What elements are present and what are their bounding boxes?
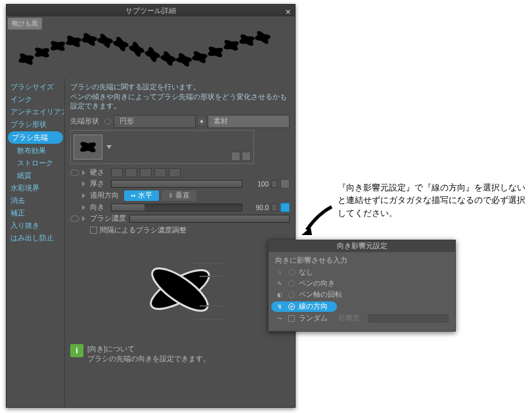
material-radio[interactable] [198,118,205,125]
option-pen-rotation[interactable]: ◐ペン軸の回転 [275,290,449,299]
hardness-step[interactable] [111,168,123,177]
svg-point-5 [49,39,66,53]
direction-label: 向き [90,203,108,212]
option-none[interactable]: ○なし [275,268,449,277]
hardness-step[interactable] [125,168,137,177]
expand-icon[interactable] [82,170,87,175]
random-icon: ⤳ [275,315,284,322]
brush-density-label: ブラシ濃度 [90,214,127,223]
sidebar-item-watercolor[interactable]: 水彩境界 [7,182,64,194]
gap-adjust-label: 間隔によるブラシ濃度調整 [100,225,187,235]
sidebar-item-correction[interactable]: 補正 [7,207,64,219]
info-icon: i [70,344,83,357]
expand-icon[interactable] [82,193,87,198]
hardness-step[interactable] [169,168,181,177]
direction-row: 向き 90.0 [70,203,290,212]
apply-dir-label: 適用方向 [90,191,122,200]
pen-dir-radio[interactable] [288,280,295,287]
pen-rot-icon: ◐ [275,291,284,299]
titlebar: サブツール詳細 ✕ [7,5,295,16]
hardness-label: 硬さ [90,168,108,177]
pen-rot-radio[interactable] [288,292,295,298]
sidebar-item-antialias[interactable]: アンチエイリアス [7,106,64,118]
tip-shape-label: 先端形状 [70,117,102,126]
circle-button[interactable]: 円形 [114,115,196,128]
stroke-preview-svg [7,16,296,78]
expand-icon[interactable] [82,205,87,210]
eye-icon[interactable] [70,215,79,222]
tip-material-box [70,130,254,164]
expand-icon[interactable] [82,216,87,221]
category-description: ブラシの先端に関する設定を行います。 ペンの傾きや向きによってブラシ先端の形状を… [70,82,290,111]
option-pen-direction[interactable]: ✎ペンの向き [275,279,449,288]
window-title: サブツール詳細 [125,7,176,14]
annotation-text: 『向き影響元設定』で『線の方向』を選択しないと連結せずにガタガタな描写になるので… [338,182,525,220]
close-icon[interactable]: ✕ [283,6,292,15]
popup-heading: 向きに影響させる入力 [275,256,449,265]
sidebar-item-inout[interactable]: 入り抜き [7,219,64,232]
none-icon: ○ [275,269,284,276]
influence-slider[interactable] [368,315,449,322]
svg-point-3 [33,46,51,60]
sidebar-item-erase[interactable]: 消去 [7,194,64,207]
sidebar-item-brush-shape[interactable]: ブラシ形状 [7,118,64,131]
sidebar-item-brush-size[interactable]: ブラシサイズ [7,81,64,93]
apply-direction-row: 適用方向 ⇔水平 ⇕垂直 [70,190,290,201]
influence-label: 影響度 [338,314,360,323]
thickness-spin[interactable] [271,180,278,188]
gap-adjust-row: 間隔によるブラシ濃度調整 [70,225,290,235]
info-box: i [向き]について ブラシの先端の向きを設定できます。 [70,344,290,363]
direction-source-popup: 向き影響元設定 向きに影響させる入力 ○なし ✎ペンの向き ◐ペン軸の回転 ↯線… [268,240,456,332]
direction-value: 90.0 [245,204,269,211]
sidebar-item-ink[interactable]: インク [7,93,64,106]
material-button[interactable]: 素材 [208,115,290,128]
brush-preview: 靴ひも黒 [7,16,295,78]
line-dir-icon: ↯ [275,303,284,311]
info-title: [向き]について [87,344,210,354]
thickness-label: 厚さ [90,179,108,188]
svg-point-33 [79,140,97,154]
thickness-row: 厚さ 100 [70,179,290,188]
thickness-slider[interactable] [111,180,242,188]
dynamics-icon[interactable] [280,179,290,188]
circle-radio[interactable] [104,118,111,125]
direction-dynamics-icon[interactable] [280,203,290,212]
thickness-value: 100 [245,181,269,188]
brush-density-slider[interactable] [129,215,290,223]
random-checkbox[interactable] [288,315,295,322]
sidebar-item-stroke[interactable]: ストローク [7,157,64,169]
line-dir-radio[interactable] [288,303,295,310]
pen-dir-icon: ✎ [275,280,284,288]
sidebar-item-brush-tip[interactable]: ブラシ先端 [8,131,63,144]
settings-main: ブラシの先端に関する設定を行います。 ペンの傾きや向きによってブラシ先端の形状を… [64,78,295,407]
tip-large-preview [127,240,233,339]
tip-shape-row: 先端形状 円形 素材 [70,115,290,128]
none-radio[interactable] [288,269,295,276]
sidebar-item-spray[interactable]: 散布効果 [7,144,64,157]
sidebar-item-texture[interactable]: 紙質 [7,169,64,182]
brush-density-row: ブラシ濃度 [70,214,290,223]
hardness-row: 硬さ [70,168,290,177]
popup-title: 向き影響元設定 [269,240,455,252]
option-random[interactable]: ⤳ランダム影響度 [275,314,449,323]
remove-material-icon[interactable] [242,152,251,161]
expand-icon[interactable] [82,181,87,186]
option-line-direction[interactable]: ↯線の方向 [271,301,337,312]
chevron-down-icon[interactable] [106,145,112,149]
add-material-icon[interactable] [231,152,240,161]
category-sidebar: ブラシサイズ インク アンチエイリアス ブラシ形状 ブラシ先端 散布効果 ストロ… [7,78,64,407]
horizontal-button[interactable]: ⇔水平 [124,190,159,201]
eye-icon[interactable] [70,169,79,176]
hardness-step[interactable] [140,168,152,177]
subtool-detail-panel: サブツール詳細 ✕ 靴ひも黒 [6,4,296,408]
info-text: ブラシの先端の向きを設定できます。 [87,354,210,364]
direction-slider[interactable] [111,204,242,211]
gap-adjust-checkbox[interactable] [90,227,97,234]
annotation-arrow-icon [299,204,338,240]
hardness-step[interactable] [154,168,166,177]
direction-spin[interactable] [271,204,278,211]
tip-thumbnail[interactable] [74,135,102,160]
vertical-button[interactable]: ⇕垂直 [162,190,196,201]
sidebar-item-overflow[interactable]: はみ出し防止 [7,232,64,244]
